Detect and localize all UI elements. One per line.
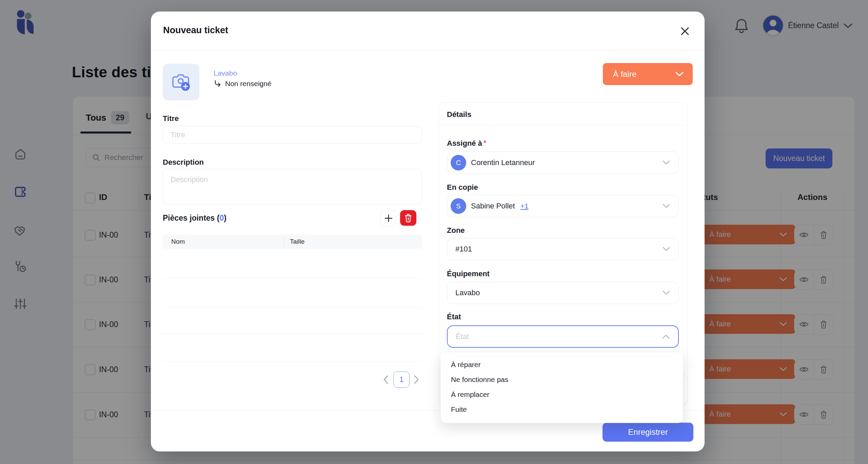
zone-select[interactable]: #101 (447, 238, 679, 260)
title-input[interactable] (163, 126, 422, 143)
attachments-row-line (163, 307, 422, 307)
assignee-avatar: C (451, 155, 466, 170)
attachments-table-header: Nom Taille (163, 235, 422, 249)
attachments-col-name: Nom (163, 238, 284, 245)
chevron-down-icon (662, 204, 670, 208)
zone-value: #101 (455, 245, 472, 254)
cc-select[interactable]: S Sabine Pollet +1 (447, 195, 679, 217)
zone-label: Zone (447, 226, 465, 235)
chevron-down-icon (662, 290, 670, 295)
pagination-next-icon[interactable] (413, 375, 420, 385)
assignee-label: Assigné à* (447, 139, 486, 148)
chevron-down-icon (675, 72, 684, 77)
plus-icon (384, 214, 393, 222)
required-asterisk: * (484, 139, 486, 146)
state-option[interactable]: À réparer (441, 357, 683, 372)
photo-upload-button[interactable] (163, 64, 199, 100)
equipment-label: Équipement (447, 269, 490, 278)
pagination-prev-icon[interactable] (382, 375, 389, 385)
details-title: Détails (447, 110, 471, 119)
ticket-status-label: À faire (613, 69, 636, 79)
state-options-menu: À réparer Ne fonctionne pas À remplacer … (441, 352, 683, 423)
cc-extra-count[interactable]: +1 (520, 202, 529, 210)
assignee-select[interactable]: C Corentin Letanneur (447, 152, 679, 174)
location-value: Non renseigné (225, 80, 272, 88)
add-attachment-button[interactable] (380, 210, 397, 226)
cc-value: Sabine Pollet (471, 202, 515, 210)
attachments-row-line (163, 362, 422, 362)
equipment-value: Lavabo (455, 288, 480, 297)
ticket-status-dropdown[interactable]: À faire (603, 63, 693, 85)
camera-plus-icon (170, 72, 192, 92)
chevron-down-icon (662, 247, 670, 251)
attachments-count: 0 (219, 214, 224, 222)
attachments-label: Pièces jointes (0) (163, 214, 226, 223)
equipment-select[interactable]: Lavabo (447, 282, 679, 304)
pagination-page-1[interactable]: 1 (393, 371, 410, 388)
chevron-up-icon (662, 334, 670, 339)
modal-header-divider (151, 50, 705, 51)
attachments-row-line (163, 278, 422, 278)
sub-location-arrow-icon (214, 80, 222, 88)
close-icon[interactable] (679, 25, 691, 37)
state-option[interactable]: Fuite (441, 402, 683, 417)
save-button[interactable]: Enregistrer (603, 423, 693, 442)
chevron-down-icon (662, 160, 670, 165)
app-screen: Étienne Castel Liste des tickets Tous 29… (0, 0, 868, 464)
cc-avatar: S (451, 198, 466, 214)
title-label: Titre (163, 114, 179, 123)
state-select-open[interactable]: État (447, 325, 679, 348)
state-label: État (447, 312, 461, 321)
attachments-col-size: Taille (284, 238, 304, 245)
details-divider (439, 125, 687, 125)
cc-label: En copie (447, 183, 478, 192)
assignee-value: Corentin Letanneur (471, 158, 535, 167)
description-input[interactable] (163, 169, 422, 204)
delete-attachments-button[interactable] (400, 210, 416, 226)
equipment-link[interactable]: Lavabo (214, 69, 237, 77)
state-option[interactable]: Ne fonctionne pas (441, 372, 683, 387)
attachments-row-line (163, 334, 422, 334)
new-ticket-modal: Nouveau ticket Lavabo Non renseigné À fa… (151, 12, 705, 451)
trash-icon (404, 214, 412, 222)
state-placeholder: État (456, 332, 469, 341)
state-option[interactable]: À remplacer (441, 387, 683, 402)
modal-title: Nouveau ticket (163, 25, 228, 36)
description-label: Description (163, 158, 204, 167)
